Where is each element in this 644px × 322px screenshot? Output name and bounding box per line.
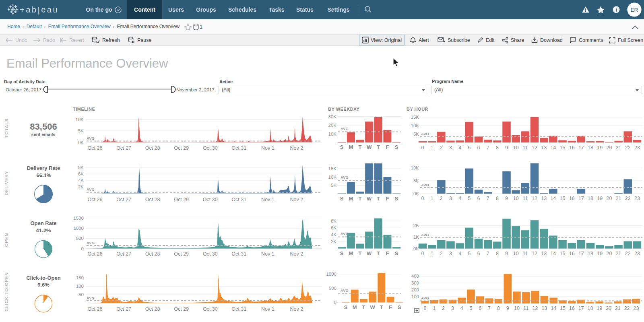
svg-text:1000: 1000 (326, 272, 336, 277)
svg-text:18: 18 (587, 305, 593, 311)
svg-text:20: 20 (606, 251, 612, 256)
svg-text:100: 100 (76, 284, 84, 289)
svg-text:AVG: AVG (341, 288, 349, 293)
svg-text:Oct 30: Oct 30 (203, 197, 218, 202)
svg-text:7: 7 (487, 251, 489, 256)
svg-text:Oct 28: Oct 28 (145, 197, 160, 202)
svg-text:TIMELINE: TIMELINE (73, 107, 95, 111)
svg-text:S: S (398, 304, 401, 310)
svg-text:11: 11 (522, 145, 528, 151)
svg-text:6K: 6K (331, 225, 336, 230)
svg-text:1: 1 (431, 145, 433, 151)
svg-text:4K: 4K (331, 232, 336, 237)
svg-text:Oct 26: Oct 26 (88, 306, 103, 312)
svg-text:AVG: AVG (87, 241, 95, 245)
svg-text:6: 6 (477, 145, 480, 151)
svg-text:41.2%: 41.2% (36, 227, 51, 233)
svg-text:DELIVERY: DELIVERY (4, 171, 9, 195)
svg-text:300: 300 (411, 281, 419, 285)
svg-text:17: 17 (578, 145, 584, 151)
svg-text:Nov 2: Nov 2 (290, 306, 303, 312)
svg-text:17: 17 (578, 196, 584, 201)
svg-text:M: M (349, 196, 353, 202)
svg-text:2K: 2K (331, 239, 336, 244)
svg-text:9: 9 (506, 305, 509, 311)
svg-text:Oct 30: Oct 30 (203, 251, 218, 257)
svg-text:12: 12 (532, 196, 537, 201)
svg-text:Oct 30: Oct 30 (203, 306, 218, 312)
svg-text:5K: 5K (78, 128, 84, 133)
svg-text:16: 16 (569, 251, 575, 256)
svg-text:4: 4 (460, 305, 463, 311)
svg-text:Nov 1: Nov 1 (261, 145, 275, 151)
svg-text:22: 22 (624, 305, 630, 311)
svg-text:Click-to-Open: Click-to-Open (26, 275, 60, 281)
svg-text:T: T (377, 250, 380, 256)
svg-text:S: S (340, 196, 344, 202)
svg-text:23: 23 (634, 145, 640, 151)
svg-text:14: 14 (551, 305, 556, 311)
svg-text:23: 23 (634, 196, 640, 201)
svg-text:15K: 15K (411, 115, 419, 120)
svg-text:T: T (359, 250, 362, 256)
svg-text:18: 18 (588, 251, 593, 256)
svg-text:9: 9 (505, 145, 508, 151)
svg-text:18: 18 (588, 196, 593, 201)
svg-text:W: W (370, 304, 375, 310)
svg-text:4: 4 (458, 251, 461, 256)
svg-text:9.6%: 9.6% (37, 282, 50, 288)
svg-text:19: 19 (597, 251, 603, 256)
svg-text:400: 400 (411, 274, 419, 279)
svg-text:Oct 27: Oct 27 (116, 251, 131, 257)
svg-text:150: 150 (76, 275, 84, 280)
svg-text:8: 8 (496, 145, 499, 151)
svg-text:F: F (386, 250, 389, 256)
svg-text:17: 17 (578, 305, 584, 311)
svg-text:Oct 27: Oct 27 (116, 197, 131, 202)
svg-text:21: 21 (616, 196, 621, 201)
svg-text:AVG: AVG (421, 233, 429, 237)
svg-text:21: 21 (616, 145, 621, 151)
svg-text:Oct 26: Oct 26 (88, 197, 103, 202)
svg-text:0: 0 (81, 246, 84, 251)
svg-text:Oct 26: Oct 26 (88, 145, 103, 151)
svg-text:100: 100 (411, 294, 419, 299)
svg-text:6: 6 (477, 251, 480, 256)
svg-text:1: 1 (431, 251, 433, 256)
svg-text:9: 9 (505, 196, 508, 201)
svg-text:BY HOUR: BY HOUR (407, 107, 428, 111)
svg-text:4: 4 (458, 196, 461, 201)
svg-text:16: 16 (569, 196, 575, 201)
svg-text:2K: 2K (413, 223, 419, 228)
svg-text:6: 6 (477, 196, 480, 201)
svg-text:M: M (353, 304, 357, 310)
svg-text:23: 23 (633, 305, 639, 311)
svg-text:10K: 10K (411, 165, 419, 170)
svg-text:66.1%: 66.1% (37, 172, 52, 178)
svg-text:3: 3 (449, 145, 452, 151)
svg-text:T: T (377, 196, 380, 202)
svg-text:Delivery Rate: Delivery Rate (27, 165, 60, 171)
svg-text:T: T (359, 144, 362, 150)
svg-text:7: 7 (487, 145, 489, 151)
svg-text:F: F (386, 196, 389, 202)
svg-text:13: 13 (541, 145, 547, 151)
svg-text:5K: 5K (413, 132, 419, 136)
svg-text:4K: 4K (78, 178, 84, 183)
svg-text:20: 20 (606, 305, 611, 311)
svg-text:2: 2 (442, 305, 445, 311)
svg-text:17: 17 (578, 251, 584, 256)
svg-text:Oct 31: Oct 31 (231, 197, 246, 202)
svg-text:6: 6 (479, 305, 481, 311)
svg-text:10K: 10K (76, 117, 84, 122)
svg-text:10K: 10K (328, 175, 337, 180)
svg-text:Open Rate: Open Rate (30, 220, 56, 226)
svg-text:13: 13 (541, 305, 547, 311)
svg-text:21: 21 (616, 251, 621, 256)
svg-text:0: 0 (421, 145, 424, 151)
svg-text:M: M (349, 144, 353, 150)
svg-text:22: 22 (625, 196, 631, 201)
svg-text:16: 16 (569, 145, 575, 151)
svg-text:13: 13 (541, 196, 547, 201)
svg-text:200: 200 (411, 287, 419, 292)
